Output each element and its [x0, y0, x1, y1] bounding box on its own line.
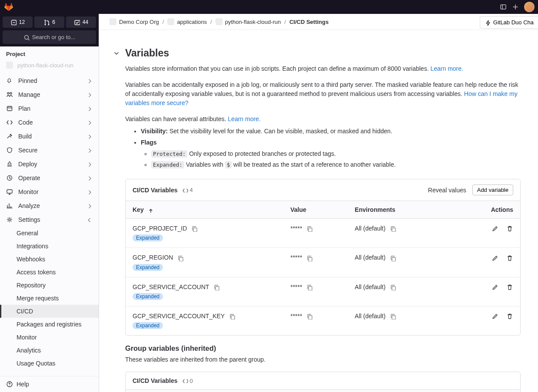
panel-title: CI/CD Variables — [133, 187, 178, 194]
delete-icon[interactable] — [506, 225, 513, 232]
learn-more-link-2[interactable]: Learn more. — [228, 115, 260, 122]
sidebar-item-label: Analyze — [18, 202, 40, 209]
settings-sub-monitor[interactable]: Monitor — [0, 331, 99, 344]
sidebar-item-manage[interactable]: Manage — [0, 88, 99, 102]
gitlab-duo-button[interactable]: GitLab Duo Cha — [480, 16, 538, 29]
reveal-values-button[interactable]: Reveal values — [428, 187, 466, 194]
learn-more-link[interactable]: Learn more. — [430, 65, 463, 72]
column-key[interactable]: Key — [126, 390, 214, 392]
sidebar-item-deploy[interactable]: Deploy — [0, 157, 99, 171]
help-icon — [6, 381, 13, 388]
delete-icon[interactable] — [506, 284, 513, 291]
column-environments[interactable]: Environments — [214, 390, 407, 392]
settings-sub-analytics[interactable]: Analytics — [0, 344, 99, 357]
edit-icon[interactable] — [492, 284, 498, 291]
operate-icon — [6, 175, 13, 181]
copy-env-icon[interactable] — [390, 284, 396, 290]
edit-icon[interactable] — [492, 313, 498, 320]
sidebar-item-code[interactable]: Code — [0, 115, 99, 129]
breadcrumb-current: CI/CD Settings — [289, 19, 329, 25]
edit-icon[interactable] — [492, 255, 498, 262]
sidebar-toggle-icon[interactable] — [500, 3, 507, 10]
copy-value-icon[interactable] — [306, 284, 312, 290]
help-link[interactable]: Help — [0, 376, 99, 392]
copy-key-icon[interactable] — [191, 226, 197, 232]
search-button[interactable]: Search or go to... — [3, 30, 96, 44]
group-variables-heading: Group variables (inherited) — [125, 344, 521, 352]
settings-sub-integrations[interactable]: Integrations — [0, 240, 99, 253]
project-avatar-icon — [216, 18, 223, 25]
expanded-text-after: will be treated as the start of a refere… — [233, 161, 396, 168]
chevron-right-icon — [86, 203, 93, 209]
breadcrumb-separator: / — [284, 19, 286, 25]
breadcrumb-project[interactable]: python-flask-cloud-run — [216, 18, 281, 25]
copy-key-icon[interactable] — [213, 284, 219, 290]
variable-row: GCP_PROJECT_ID Expanded ***** All (defau… — [126, 219, 520, 248]
collapse-section-icon[interactable] — [113, 50, 120, 57]
variable-key: GCP_SERVICE_ACCOUNT_KEY — [133, 313, 225, 320]
todos-counter[interactable]: 44 — [66, 16, 96, 28]
issues-counter[interactable]: 12 — [3, 16, 33, 28]
delete-icon[interactable] — [506, 255, 513, 262]
variable-row: GCP_REGION Expanded ***** All (default) — [126, 248, 520, 277]
sidebar-item-plan[interactable]: Plan — [0, 102, 99, 115]
group-variables-count-badge: 0 — [182, 378, 193, 384]
sidebar-item-build[interactable]: Build — [0, 129, 99, 143]
todo-count: 44 — [83, 19, 88, 25]
copy-env-icon[interactable] — [390, 226, 396, 232]
sidebar-item-monitor[interactable]: Monitor — [0, 185, 99, 199]
copy-key-icon[interactable] — [229, 313, 235, 320]
column-environments[interactable]: Environments — [348, 201, 446, 219]
breadcrumb-group[interactable]: applications — [167, 18, 207, 25]
copy-value-icon[interactable] — [306, 226, 312, 232]
settings-sub-ci-cd[interactable]: CI/CD — [0, 305, 99, 318]
variables-panel: CI/CD Variables 4 Reveal values Add vari… — [125, 179, 521, 336]
visibility-label: Visibility: — [141, 128, 168, 135]
settings-sub-packages-and-registries[interactable]: Packages and registries — [0, 318, 99, 331]
sidebar-counters: 12 6 44 — [0, 14, 99, 30]
sidebar-item-pinned[interactable]: Pinned — [0, 74, 99, 88]
sidebar-item-analyze[interactable]: Analyze — [0, 199, 99, 213]
sidebar-item-label: Build — [18, 133, 32, 140]
chevron-right-icon — [86, 175, 93, 181]
sidebar-item-settings[interactable]: Settings — [0, 213, 99, 227]
copy-env-icon[interactable] — [390, 255, 396, 261]
settings-sub-access-tokens[interactable]: Access tokens — [0, 266, 99, 279]
settings-sub-webhooks[interactable]: Webhooks — [0, 253, 99, 266]
settings-sub-repository[interactable]: Repository — [0, 279, 99, 292]
manage-icon — [6, 91, 13, 98]
merge-requests-counter[interactable]: 6 — [34, 16, 64, 28]
todo-icon — [74, 19, 80, 25]
settings-sub-general[interactable]: General — [0, 227, 99, 240]
merge-request-icon — [43, 19, 50, 25]
monitor-icon — [6, 188, 13, 195]
variables-table: Key Value Environments Actions GCP_PROJE… — [126, 201, 520, 335]
column-value[interactable]: Value — [283, 201, 348, 219]
sidebar-nav: PinnedManagePlanCodeBuildSecureDeployOpe… — [0, 72, 99, 376]
add-variable-button[interactable]: Add variable — [472, 184, 513, 195]
project-name-row[interactable]: python-flask-cloud-run — [0, 62, 99, 72]
section-desc-2: Variables can be accidentally exposed in… — [125, 81, 518, 97]
copy-value-icon[interactable] — [306, 313, 312, 320]
chevron-right-icon — [86, 147, 93, 153]
analyze-icon — [6, 202, 13, 209]
column-group[interactable]: Group — [407, 390, 520, 392]
user-avatar[interactable] — [524, 2, 535, 12]
copy-env-icon[interactable] — [390, 313, 396, 320]
sidebar-item-operate[interactable]: Operate — [0, 171, 99, 185]
edit-icon[interactable] — [492, 225, 498, 232]
project-avatar-icon — [6, 62, 13, 69]
copy-key-icon[interactable] — [177, 255, 183, 261]
column-key[interactable]: Key — [126, 201, 283, 219]
create-new-icon[interactable] — [512, 3, 519, 10]
settings-sub-usage-quotas[interactable]: Usage Quotas — [0, 357, 99, 370]
delete-icon[interactable] — [506, 313, 513, 320]
copy-value-icon[interactable] — [306, 255, 312, 261]
breadcrumb-org[interactable]: Demo Corp Org — [110, 18, 159, 25]
group-variables-table: Key Environments Group There are no vari… — [126, 389, 520, 392]
sidebar-item-secure[interactable]: Secure — [0, 143, 99, 157]
gitlab-logo[interactable] — [3, 2, 14, 12]
code-icon — [182, 187, 188, 193]
settings-sub-merge-requests[interactable]: Merge requests — [0, 292, 99, 305]
help-label: Help — [17, 381, 29, 388]
